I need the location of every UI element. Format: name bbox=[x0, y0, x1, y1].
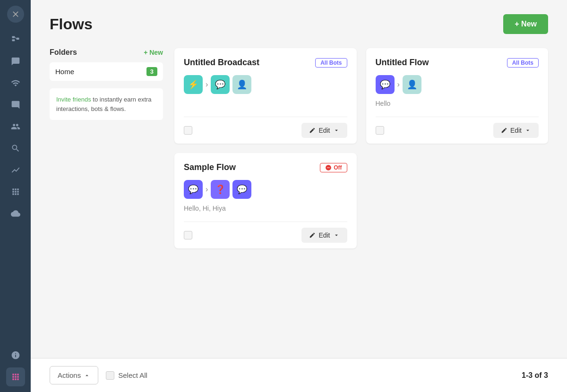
select-all-area[interactable]: Select All bbox=[106, 371, 147, 380]
folders-title: Folders bbox=[50, 48, 77, 57]
edit-button-1[interactable]: Edit bbox=[301, 123, 347, 138]
folder-badge: 3 bbox=[146, 67, 157, 76]
sidebar-logo[interactable] bbox=[7, 6, 24, 23]
actions-button[interactable]: Actions bbox=[50, 366, 98, 384]
flow-card-untitled: Untitled Flow All Bots 💬 › 👤 Hello Edit bbox=[366, 48, 549, 144]
sidebar-icon-audience[interactable] bbox=[6, 117, 25, 136]
body-layout: Folders + New Home 3 Invite friends to i… bbox=[50, 48, 548, 248]
flow-card-header-2: Untitled Flow All Bots bbox=[376, 58, 539, 68]
bottom-left: Actions Select All bbox=[50, 366, 147, 384]
step-chat-1: 💬 bbox=[211, 75, 230, 94]
step-chat-3b: 💬 bbox=[232, 180, 251, 199]
sidebar-icon-grid[interactable] bbox=[6, 367, 25, 386]
invite-link[interactable]: Invite friends bbox=[56, 96, 91, 103]
flows-grid: Untitled Broadcast All Bots ⚡ › 💬 👤 bbox=[174, 48, 548, 248]
flow-title-1: Untitled Broadcast bbox=[184, 58, 259, 68]
page-header: Flows + New bbox=[50, 14, 548, 34]
badge-all-bots-1: All Bots bbox=[315, 58, 347, 68]
flow-card-sample: Sample Flow Off 💬 › ❓ 💬 Hello, Hi, Hiya bbox=[174, 153, 357, 248]
sidebar-icon-analytics[interactable] bbox=[6, 161, 25, 179]
sidebar-icon-comments[interactable] bbox=[6, 95, 25, 114]
sidebar-icon-integrations[interactable] bbox=[6, 182, 25, 201]
new-folder-button[interactable]: + New bbox=[144, 49, 163, 56]
flow-card-broadcast: Untitled Broadcast All Bots ⚡ › 💬 👤 bbox=[174, 48, 357, 144]
content-area: Flows + New Folders + New Home 3 Invite … bbox=[31, 0, 567, 358]
select-all-label: Select All bbox=[118, 371, 147, 379]
flow-checkbox-3[interactable] bbox=[184, 231, 192, 239]
flow-title-3: Sample Flow bbox=[184, 162, 236, 172]
flow-checkbox-1[interactable] bbox=[184, 126, 192, 135]
page-title: Flows bbox=[50, 16, 93, 33]
select-all-checkbox[interactable] bbox=[106, 371, 114, 380]
sidebar bbox=[0, 0, 31, 392]
svg-line-3 bbox=[15, 37, 16, 39]
step-user-2: 👤 bbox=[403, 75, 421, 94]
flow-card-header-3: Sample Flow Off bbox=[184, 162, 347, 172]
step-arrow: › bbox=[206, 80, 208, 89]
sidebar-icon-info[interactable] bbox=[6, 346, 25, 365]
flow-description-2: Hello bbox=[376, 100, 539, 109]
step-question-3: ❓ bbox=[211, 180, 230, 199]
svg-rect-1 bbox=[12, 39, 15, 41]
sidebar-icon-search[interactable] bbox=[6, 139, 25, 158]
folder-item-home[interactable]: Home 3 bbox=[50, 62, 163, 81]
flow-card-footer-2: Edit bbox=[376, 117, 539, 144]
sidebar-bottom bbox=[6, 346, 25, 386]
badge-off: Off bbox=[320, 163, 347, 172]
flow-card-header-1: Untitled Broadcast All Bots bbox=[184, 58, 347, 68]
folder-item-name: Home bbox=[55, 68, 74, 76]
step-arrow-3: › bbox=[206, 185, 208, 194]
pagination-text: 1-3 of 3 bbox=[522, 371, 548, 380]
step-chat-purple-2: 💬 bbox=[376, 75, 395, 94]
sidebar-icon-flows[interactable] bbox=[6, 30, 25, 49]
step-lightning: ⚡ bbox=[184, 75, 203, 94]
sidebar-icon-messages[interactable] bbox=[6, 52, 25, 71]
flow-description-1 bbox=[184, 100, 347, 109]
flow-steps-3: 💬 › ❓ 💬 bbox=[184, 180, 347, 199]
new-flow-button[interactable]: + New bbox=[503, 14, 548, 34]
edit-button-2[interactable]: Edit bbox=[493, 123, 539, 138]
invite-box: Invite friends to instantly earn extra i… bbox=[50, 88, 163, 120]
sidebar-icon-broadcasts[interactable] bbox=[6, 74, 25, 93]
svg-rect-0 bbox=[12, 36, 15, 38]
flow-checkbox-2[interactable] bbox=[376, 126, 384, 135]
main-content: Flows + New Folders + New Home 3 Invite … bbox=[31, 0, 567, 392]
flow-steps-1: ⚡ › 💬 👤 bbox=[184, 75, 347, 94]
step-user-1: 👤 bbox=[232, 75, 251, 94]
actions-label: Actions bbox=[58, 371, 81, 379]
flow-card-footer-3: Edit bbox=[184, 222, 347, 248]
flow-title-2: Untitled Flow bbox=[376, 58, 429, 68]
sidebar-icon-cloud[interactable] bbox=[6, 204, 25, 223]
edit-button-3[interactable]: Edit bbox=[301, 228, 347, 243]
folder-header: Folders + New bbox=[50, 48, 163, 57]
step-arrow-2: › bbox=[397, 80, 400, 89]
flow-description-3: Hello, Hi, Hiya bbox=[184, 205, 347, 214]
badge-all-bots-2: All Bots bbox=[507, 58, 539, 68]
step-chat-3a: 💬 bbox=[184, 180, 203, 199]
flow-card-footer-1: Edit bbox=[184, 117, 347, 144]
bottom-bar: Actions Select All 1-3 of 3 bbox=[31, 358, 567, 392]
flow-steps-2: 💬 › 👤 bbox=[376, 75, 539, 94]
svg-rect-2 bbox=[16, 38, 19, 40]
folder-panel: Folders + New Home 3 Invite friends to i… bbox=[50, 48, 163, 248]
